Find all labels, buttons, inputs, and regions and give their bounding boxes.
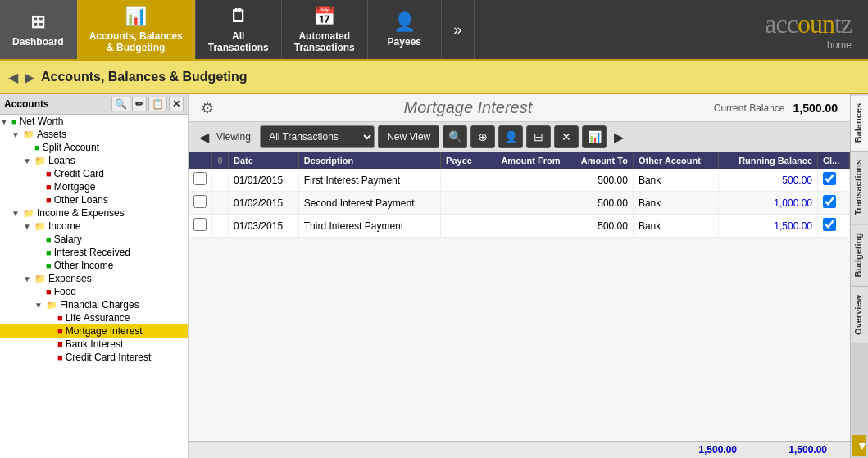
sidebar-item-expenses[interactable]: ▼ 📁 Expenses: [0, 272, 188, 285]
row-checkbox[interactable]: [193, 172, 207, 185]
tab-balances[interactable]: Balances: [851, 94, 868, 151]
sidebar-item-bank-interest[interactable]: ■ Bank Interest: [0, 338, 188, 351]
sidebar-item-salary[interactable]: ■ Salary: [0, 233, 188, 246]
sidebar-item-financial-charges[interactable]: ▼ 📁 Financial Charges: [0, 298, 188, 311]
col-amount-from: Amount From: [484, 152, 566, 169]
viewing-label: Viewing:: [216, 131, 253, 143]
sidebar-header: Accounts 🔍 ✏ 📋 ✕: [0, 94, 188, 115]
close-icon[interactable]: ✕: [169, 97, 184, 111]
sidebar: Accounts 🔍 ✏ 📋 ✕ ▼ ■ Net Worth ▼ �: [0, 94, 189, 458]
new-view-button[interactable]: New View: [378, 125, 439, 148]
income-expenses-icon: 📁: [23, 208, 34, 219]
sidebar-item-income[interactable]: ▼ 📁 Income: [0, 220, 188, 233]
sidebar-item-other-loans[interactable]: ■ Other Loans: [0, 193, 188, 206]
row-checkbox[interactable]: [193, 195, 207, 208]
expand-icon: ▼: [11, 209, 23, 218]
table-row[interactable]: 01/02/2015 Second Interest Payment 500.0…: [189, 192, 850, 215]
search-tool-icon[interactable]: 🔍: [443, 125, 467, 148]
add-icon[interactable]: ⊕: [470, 125, 495, 148]
income-icon: 📁: [34, 221, 46, 232]
expenses-icon: 📁: [34, 274, 46, 284]
nav-automated[interactable]: 📅 AutomatedTransactions: [282, 0, 368, 59]
accounts-icon: 📊: [125, 6, 147, 27]
row-num: [212, 215, 229, 238]
col-check: [189, 152, 212, 169]
forward-arrow[interactable]: ▶: [25, 70, 34, 85]
tab-budgeting[interactable]: Budgeting: [851, 224, 868, 285]
table-row[interactable]: 01/01/2015 First Interest Payment 500.00…: [189, 169, 850, 192]
bottom-amount-to-total: 1,500.00: [671, 444, 737, 456]
main-area: Accounts 🔍 ✏ 📋 ✕ ▼ ■ Net Worth ▼ �: [0, 94, 868, 458]
credit-card-interest-icon: ■: [57, 352, 63, 362]
sidebar-item-mortgage-interest[interactable]: ■ Mortgage Interest: [0, 324, 188, 338]
row-description: Third Interest Payment: [298, 215, 440, 238]
duplicate-icon[interactable]: ⊟: [526, 125, 551, 148]
chevron-right-icon: »: [453, 21, 461, 39]
copy-icon[interactable]: 📋: [148, 97, 167, 111]
bottom-running-balance-total: 1,500.00: [761, 444, 827, 456]
row-num: [212, 192, 229, 215]
tab-transactions[interactable]: Transactions: [851, 151, 868, 224]
delete-icon[interactable]: ✕: [554, 125, 579, 148]
mortgage-icon: ■: [46, 182, 52, 192]
search-icon[interactable]: 🔍: [111, 97, 130, 111]
row-payee: [441, 169, 484, 192]
row-amount-to: 500.00: [566, 215, 633, 238]
sidebar-item-mortgage[interactable]: ■ Mortgage: [0, 180, 188, 193]
sidebar-item-net-worth[interactable]: ▼ ■ Net Worth: [0, 115, 188, 128]
content-area: ⚙ Mortgage Interest Current Balance 1,50…: [189, 94, 850, 458]
sidebar-item-loans[interactable]: ▼ 📁 Loans: [0, 154, 188, 167]
row-checkbox[interactable]: [193, 218, 207, 231]
payees-icon: 👤: [393, 11, 416, 33]
salary-icon: ■: [46, 234, 52, 244]
nav-accounts[interactable]: 📊 Accounts, Balances& Budgeting: [77, 0, 196, 59]
split-account-icon: ■: [34, 143, 40, 152]
edit-icon[interactable]: ✏: [132, 97, 147, 111]
row-description: Second Interest Payment: [298, 192, 440, 215]
life-assurance-icon: ■: [57, 313, 63, 323]
bank-interest-label: Bank Interest: [66, 338, 124, 350]
assets-icon: 📁: [23, 129, 34, 140]
col-amount-to: Amount To: [566, 152, 633, 169]
tab-overview[interactable]: Overview: [851, 286, 868, 343]
bank-interest-icon: ■: [57, 339, 63, 349]
nav-all-transactions[interactable]: 🗒 AllTransactions: [196, 0, 282, 59]
row-payee: [441, 215, 484, 238]
content-header: ⚙ Mortgage Interest Current Balance 1,50…: [189, 94, 850, 122]
back-arrow[interactable]: ◀: [8, 70, 18, 85]
nav-dashboard[interactable]: ⊞ Dashboard: [0, 0, 77, 59]
col-payee: Payee: [441, 152, 484, 169]
all-transactions-icon: 🗒: [229, 6, 248, 27]
viewing-select[interactable]: All Transactions: [260, 125, 375, 148]
col-date: Date: [229, 152, 299, 169]
scroll-down-icon[interactable]: ▼: [852, 435, 866, 456]
bottom-bar: 1,500.00 1,500.00: [189, 441, 850, 458]
prev-button[interactable]: ◀: [195, 128, 213, 147]
row-amount-to: 500.00: [566, 192, 633, 215]
nav-payees[interactable]: 👤 Payees: [368, 0, 442, 59]
next-button[interactable]: ▶: [610, 128, 628, 147]
nav-more[interactable]: »: [442, 0, 475, 59]
sidebar-item-life-assurance[interactable]: ■ Life Assurance: [0, 311, 188, 324]
sidebar-item-assets[interactable]: ▼ 📁 Assets: [0, 128, 188, 141]
expand-icon: ▼: [23, 274, 34, 283]
sidebar-item-food[interactable]: ■ Food: [0, 285, 188, 298]
sidebar-item-other-income[interactable]: ■ Other Income: [0, 259, 188, 272]
sidebar-item-split-account[interactable]: ■ Split Account: [0, 141, 188, 154]
sidebar-item-credit-card[interactable]: ■ Credit Card: [0, 167, 188, 180]
sidebar-item-credit-card-interest[interactable]: ■ Credit Card Interest: [0, 351, 188, 364]
row-cleared: [818, 215, 850, 238]
user-icon[interactable]: 👤: [498, 125, 523, 148]
settings-icon[interactable]: ⚙: [201, 99, 214, 117]
col-description: Description: [298, 152, 440, 169]
sidebar-item-interest-received[interactable]: ■ Interest Received: [0, 246, 188, 259]
row-date: 01/02/2015: [229, 192, 299, 215]
expand-icon: ▼: [23, 156, 34, 166]
split-account-label: Split Account: [43, 142, 99, 153]
nav-payees-label: Payees: [388, 36, 421, 48]
table-row[interactable]: 01/03/2015 Third Interest Payment 500.00…: [189, 215, 850, 238]
row-running-balance: 1,000.00: [719, 192, 818, 215]
chart-icon[interactable]: 📊: [582, 125, 607, 148]
sidebar-item-income-expenses[interactable]: ▼ 📁 Income & Expenses: [0, 206, 188, 220]
other-income-label: Other Income: [54, 260, 114, 271]
